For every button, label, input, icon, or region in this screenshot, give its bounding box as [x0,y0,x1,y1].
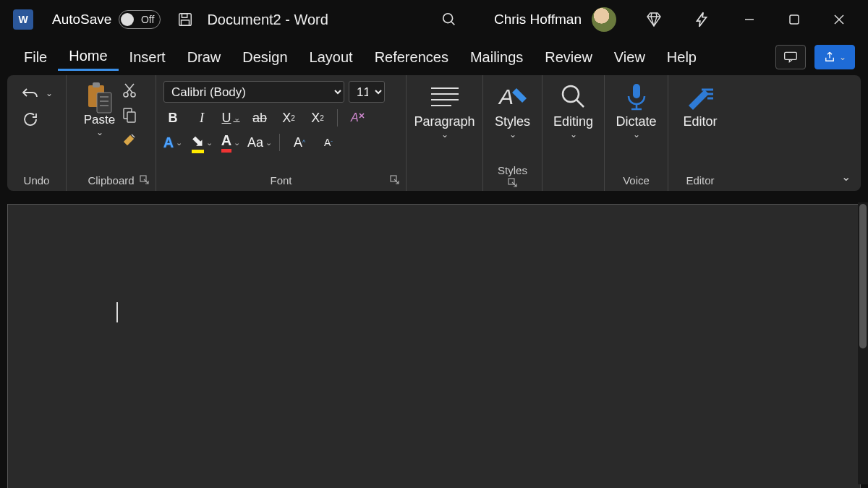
editor-pen-icon [684,81,716,113]
svg-text:A: A [498,85,514,108]
text-effects-button[interactable]: A [163,133,182,152]
styles-icon: A [496,81,529,113]
menu-help[interactable]: Help [656,45,707,70]
svg-text:A: A [350,111,359,124]
copy-button[interactable] [120,106,139,124]
chevron-down-icon: ⌄ [839,52,846,62]
coming-soon-icon[interactable] [692,9,712,30]
svg-rect-1 [182,14,187,18]
styles-group-label: Styles [498,162,527,178]
word-app-icon: W [13,9,33,30]
menu-file[interactable]: File [13,45,58,70]
font-color-button[interactable]: A [221,133,240,152]
underline-button[interactable]: U [221,108,240,127]
user-name: Chris Hoffman [494,12,582,27]
editor-button[interactable]: Editor Editor [668,75,732,191]
document-canvas[interactable] [7,204,861,488]
repeat-button[interactable] [21,110,40,129]
dictate-label: Dictate [616,114,656,129]
font-size-select[interactable]: 11 [349,81,385,103]
paragraph-label: Paragraph [414,114,475,129]
minimize-button[interactable] [739,9,760,30]
menu-references[interactable]: References [364,45,459,70]
cut-button[interactable] [120,81,139,100]
close-button[interactable] [829,9,849,30]
share-button[interactable]: ⌄ [814,45,855,69]
comments-button[interactable] [775,45,806,69]
svg-line-32 [576,100,584,107]
svg-point-3 [443,14,453,23]
subscript-button[interactable]: X2 [279,108,298,127]
title-bar: W AutoSave Off Document2 - Word Chris Ho… [0,0,868,39]
microphone-icon [624,81,649,113]
voice-group-label: Voice [623,172,650,188]
font-name-select[interactable]: Calibri (Body) [163,81,344,103]
editor-group-label: Editor [686,172,714,188]
menu-review[interactable]: Review [534,45,603,70]
shrink-font-button[interactable]: Aˇ [319,133,338,152]
user-avatar-icon[interactable] [592,7,616,32]
editing-dropdown-icon[interactable]: ⌄ [570,129,577,140]
styles-button[interactable]: A Styles ⌄ Styles [483,75,542,191]
menu-draw[interactable]: Draw [176,45,232,70]
clear-formatting-button[interactable]: A [348,108,367,127]
svg-rect-12 [97,93,111,113]
styles-dropdown-icon[interactable]: ⌄ [509,129,516,140]
svg-rect-2 [182,20,190,25]
strikethrough-button[interactable]: ab [250,108,269,127]
styles-launcher-icon[interactable] [508,178,518,188]
menu-view[interactable]: View [603,45,656,70]
ribbon: ⌄ Undo Paste ⌄ Clipboard [7,75,861,191]
window-controls [739,9,849,30]
scrollbar-thumb[interactable] [859,204,867,348]
paste-label: Paste [84,113,115,127]
svg-line-4 [451,22,455,25]
svg-rect-6 [790,15,799,24]
font-launcher-icon[interactable] [390,175,401,187]
superscript-button[interactable]: X2 [308,108,327,127]
bold-button[interactable]: B [163,108,182,127]
autosave-toggle[interactable]: Off [119,10,161,29]
paste-button[interactable]: Paste ⌄ [84,81,116,149]
change-case-button[interactable]: Aa [250,133,269,152]
clipboard-group: Paste ⌄ Clipboard [67,75,156,191]
clipboard-launcher-icon[interactable] [140,175,151,187]
paragraph-button[interactable]: Paragraph ⌄ [407,75,483,191]
dictate-dropdown-icon[interactable]: ⌄ [633,129,640,140]
collapse-ribbon-icon[interactable]: ⌄ [841,170,851,184]
undo-dropdown-icon[interactable]: ⌄ [46,88,53,98]
user-account[interactable]: Chris Hoffman [494,7,616,32]
svg-rect-9 [785,52,797,59]
format-painter-button[interactable] [120,130,139,149]
paragraph-dropdown-icon[interactable]: ⌄ [441,129,448,140]
document-title: Document2 - Word [207,12,328,28]
dictate-button[interactable]: Dictate ⌄ Voice [605,75,668,191]
highlight-button[interactable]: ⬊ [192,133,211,152]
text-cursor [116,302,118,322]
menu-bar: File Home Insert Draw Design Layout Refe… [0,39,868,75]
italic-button[interactable]: I [192,108,211,127]
autosave-state: Off [141,14,154,25]
grow-font-button[interactable]: A^ [290,133,309,152]
paste-icon [84,81,116,113]
undo-button[interactable] [21,84,40,103]
editing-label: Editing [553,114,593,129]
editing-search-icon [559,81,588,113]
font-group-label: Font [270,172,292,188]
editing-button[interactable]: Editing ⌄ [542,75,605,191]
svg-rect-11 [93,82,100,87]
menu-home[interactable]: Home [58,43,118,71]
vertical-scrollbar[interactable] [858,202,868,484]
menu-mailings[interactable]: Mailings [459,45,534,70]
paste-dropdown-icon[interactable]: ⌄ [96,127,103,137]
svg-point-17 [131,93,135,97]
search-icon[interactable] [439,9,459,30]
diamond-icon[interactable] [644,9,664,30]
save-icon[interactable] [175,9,195,30]
menu-layout[interactable]: Layout [299,45,364,70]
font-group: Calibri (Body) 11 B I U ab X2 X2 A A ⬊ A… [156,75,407,191]
menu-design[interactable]: Design [231,45,298,70]
menu-insert[interactable]: Insert [119,45,176,70]
toggle-knob [121,13,134,26]
maximize-button[interactable] [784,9,804,30]
